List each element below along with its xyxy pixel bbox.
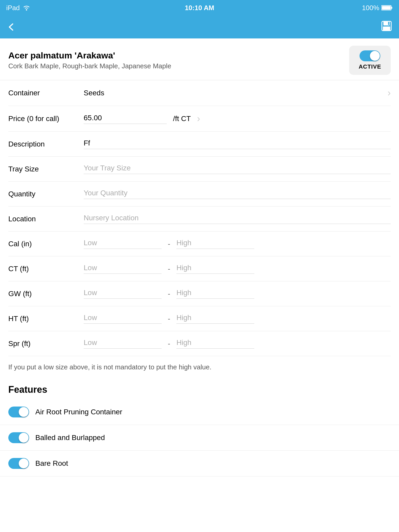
cal-inputs: - bbox=[84, 239, 391, 249]
ct-row: CT (ft) - bbox=[8, 256, 391, 281]
ht-high-input[interactable] bbox=[176, 314, 254, 324]
feature-label-1: Balled and Burlapped bbox=[35, 434, 105, 442]
spr-label: Spr (ft) bbox=[8, 340, 84, 348]
active-label: ACTIVE bbox=[359, 63, 381, 70]
ht-inputs: - bbox=[84, 314, 391, 324]
active-toggle-switch[interactable] bbox=[360, 50, 380, 61]
feature-toggle-thumb-0 bbox=[19, 407, 29, 417]
gw-separator: - bbox=[168, 290, 170, 298]
feature-row-2: Bare Root bbox=[0, 451, 399, 476]
svg-rect-6 bbox=[383, 26, 390, 31]
tray-size-row: Tray Size bbox=[8, 157, 391, 182]
active-toggle-container[interactable]: ACTIVE bbox=[349, 46, 391, 75]
back-button[interactable] bbox=[6, 22, 17, 32]
gw-inputs: - bbox=[84, 289, 391, 299]
feature-row-0: Air Root Pruning Container bbox=[0, 399, 399, 425]
features-title: Features bbox=[8, 384, 391, 395]
cal-high-input[interactable] bbox=[176, 239, 254, 249]
feature-toggle-1[interactable] bbox=[8, 432, 29, 443]
status-left: iPad bbox=[6, 4, 30, 12]
feature-toggle-track-1 bbox=[8, 432, 29, 443]
price-unit-container: /ft CT › bbox=[173, 113, 200, 124]
svg-point-0 bbox=[26, 9, 27, 11]
ct-low-input[interactable] bbox=[84, 264, 162, 274]
save-button[interactable] bbox=[380, 20, 393, 35]
quantity-row: Quantity bbox=[8, 182, 391, 207]
quantity-label: Quantity bbox=[8, 190, 84, 198]
price-unit-text: /ft CT bbox=[173, 115, 191, 123]
location-label: Location bbox=[8, 215, 84, 223]
feature-toggle-thumb-2 bbox=[19, 458, 29, 468]
toggle-thumb bbox=[370, 51, 380, 61]
battery-percent: 100% bbox=[362, 4, 380, 12]
features-list: Air Root Pruning Container Balled and Bu… bbox=[0, 399, 399, 476]
cal-separator: - bbox=[168, 240, 170, 248]
spr-high-input[interactable] bbox=[176, 338, 254, 349]
container-value-area: Seeds bbox=[84, 89, 383, 97]
ht-low-input[interactable] bbox=[84, 314, 162, 324]
status-right: 100% bbox=[362, 4, 393, 12]
feature-row-1: Balled and Burlapped bbox=[0, 425, 399, 451]
wifi-icon bbox=[23, 5, 30, 11]
spr-separator: - bbox=[168, 340, 170, 348]
feature-toggle-track-0 bbox=[8, 407, 29, 417]
battery-icon bbox=[381, 5, 393, 11]
container-arrow-icon[interactable]: › bbox=[388, 88, 391, 98]
feature-label-2: Bare Root bbox=[35, 459, 68, 468]
container-label: Container bbox=[8, 89, 84, 97]
gw-high-input[interactable] bbox=[176, 289, 254, 299]
quantity-input[interactable] bbox=[84, 189, 391, 199]
spr-inputs: - bbox=[84, 338, 391, 349]
container-value: Seeds bbox=[84, 89, 383, 97]
tray-size-input[interactable] bbox=[84, 164, 391, 174]
gw-row: GW (ft) - bbox=[8, 281, 391, 306]
price-label: Price (0 for call) bbox=[8, 115, 84, 123]
ht-separator: - bbox=[168, 315, 170, 323]
location-row: Location bbox=[8, 207, 391, 231]
tray-size-label: Tray Size bbox=[8, 165, 84, 173]
form-section: Container Seeds › Price (0 for call) /ft… bbox=[0, 80, 399, 356]
toggle-track bbox=[360, 50, 380, 61]
feature-label-0: Air Root Pruning Container bbox=[35, 408, 122, 416]
status-bar: iPad 10:10 AM 100% bbox=[0, 0, 399, 16]
cal-row: Cal (in) - bbox=[8, 231, 391, 256]
nav-bar bbox=[0, 16, 399, 38]
status-time: 10:10 AM bbox=[185, 4, 214, 12]
ct-high-input[interactable] bbox=[176, 264, 254, 274]
description-input[interactable] bbox=[84, 139, 391, 149]
price-row: Price (0 for call) /ft CT › bbox=[8, 106, 391, 132]
ct-inputs: - bbox=[84, 264, 391, 274]
plant-info: Acer palmatum 'Arakawa' Cork Bark Maple,… bbox=[8, 50, 171, 70]
feature-toggle-0[interactable] bbox=[8, 407, 29, 417]
cal-low-input[interactable] bbox=[84, 239, 162, 249]
feature-toggle-2[interactable] bbox=[8, 458, 29, 469]
description-label: Description bbox=[8, 140, 84, 148]
ht-label: HT (ft) bbox=[8, 315, 84, 323]
ct-label: CT (ft) bbox=[8, 265, 84, 273]
features-header: Features bbox=[0, 378, 399, 399]
svg-rect-7 bbox=[388, 22, 389, 25]
location-input[interactable] bbox=[84, 214, 391, 224]
feature-toggle-thumb-1 bbox=[19, 433, 29, 443]
description-row: Description bbox=[8, 132, 391, 157]
spr-row: Spr (ft) - bbox=[8, 331, 391, 356]
price-input-area: /ft CT › bbox=[84, 113, 391, 124]
plant-header: Acer palmatum 'Arakawa' Cork Bark Maple,… bbox=[0, 38, 399, 80]
cal-label: Cal (in) bbox=[8, 240, 84, 248]
svg-rect-2 bbox=[391, 7, 392, 9]
feature-toggle-track-2 bbox=[8, 458, 29, 469]
price-unit-arrow-icon[interactable]: › bbox=[197, 113, 200, 124]
svg-rect-3 bbox=[382, 6, 391, 10]
container-row: Container Seeds › bbox=[8, 80, 391, 106]
ht-row: HT (ft) - bbox=[8, 306, 391, 331]
price-input[interactable] bbox=[84, 114, 167, 124]
spr-low-input[interactable] bbox=[84, 338, 162, 349]
info-text: If you put a low size above, it is not m… bbox=[0, 356, 399, 378]
plant-name: Acer palmatum 'Arakawa' bbox=[8, 50, 171, 61]
gw-label: GW (ft) bbox=[8, 290, 84, 298]
gw-low-input[interactable] bbox=[84, 289, 162, 299]
carrier-label: iPad bbox=[6, 4, 20, 12]
ct-separator: - bbox=[168, 265, 170, 273]
plant-aliases: Cork Bark Maple, Rough-bark Maple, Japan… bbox=[8, 62, 171, 70]
